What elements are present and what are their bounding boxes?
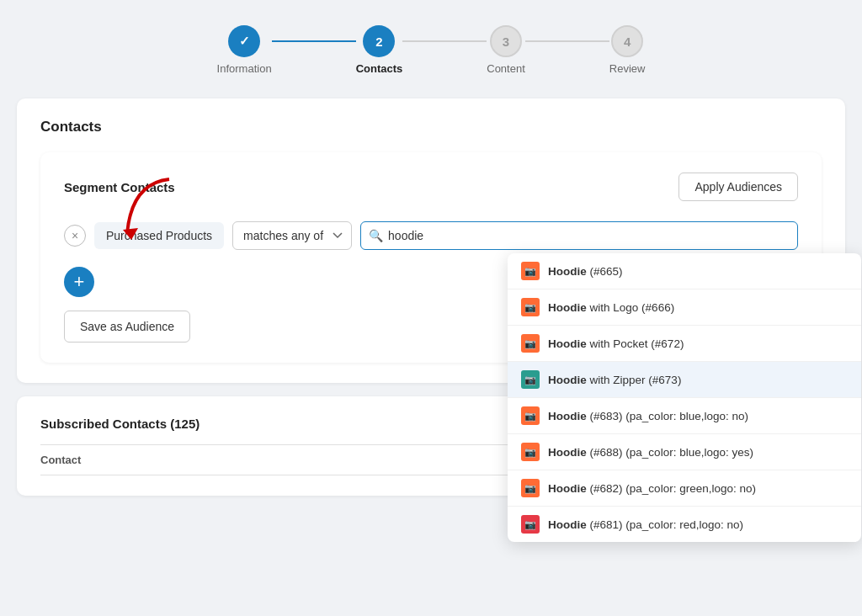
dropdown-item-673[interactable]: 📷 Hoodie with Zipper (#673)	[508, 362, 861, 398]
dropdown-item-666[interactable]: 📷 Hoodie with Logo (#666)	[508, 289, 861, 326]
step-circle-review: 4	[611, 25, 643, 57]
product-icon-688: 📷	[521, 443, 540, 461]
step-label-review: Review	[609, 62, 646, 75]
step-circle-content: 3	[490, 25, 522, 57]
item-text-682: Hoodie (#682) (pa_color: green,logo: no)	[548, 482, 756, 495]
item-text-681: Hoodie (#681) (pa_color: red,logo: no)	[548, 518, 743, 531]
save-as-audience-button[interactable]: Save as Audience	[64, 311, 190, 343]
item-text-673: Hoodie with Zipper (#673)	[548, 374, 681, 386]
remove-filter-button[interactable]: ×	[64, 225, 86, 247]
product-icon-672: 📷	[521, 334, 540, 353]
step-content[interactable]: 3 Content	[487, 25, 525, 75]
dropdown-item-683[interactable]: 📷 Hoodie (#683) (pa_color: blue,logo: no…	[508, 398, 861, 434]
dropdown-item-682[interactable]: 📷 Hoodie (#682) (pa_color: green,logo: n…	[508, 470, 861, 507]
step-connector-1	[272, 40, 356, 42]
contacts-title: Contacts	[40, 119, 822, 135]
product-icon-665: 📷	[521, 262, 540, 280]
product-icon-681: 📷	[521, 515, 540, 534]
product-dropdown: 📷 Hoodie (#665) 📷 Hoodie with Logo (#666…	[508, 253, 861, 542]
item-text-688: Hoodie (#688) (pa_color: blue,logo: yes)	[548, 446, 753, 459]
apply-audiences-button[interactable]: Apply Audiences	[678, 173, 798, 201]
dropdown-item-672[interactable]: 📷 Hoodie with Pocket (#672)	[508, 326, 861, 362]
dropdown-item-665[interactable]: 📷 Hoodie (#665)	[508, 253, 861, 289]
step-label-content: Content	[487, 62, 525, 75]
segment-header: Segment Contacts Apply Audiences	[64, 173, 798, 201]
step-contacts[interactable]: 2 Contacts	[356, 25, 403, 75]
segment-title: Segment Contacts	[64, 180, 175, 194]
product-icon-673: 📷	[521, 370, 540, 389]
stepper: ✓ Information 2 Contacts 3 Content 4 Rev…	[17, 17, 845, 75]
contacts-card: Contacts Segment Contacts Apply Audience…	[17, 98, 845, 383]
product-search-input[interactable]	[360, 221, 798, 250]
add-filter-button[interactable]: +	[64, 267, 94, 297]
item-text-672: Hoodie with Pocket (#672)	[548, 337, 684, 350]
step-review[interactable]: 4 Review	[609, 25, 646, 75]
step-connector-2	[402, 40, 487, 42]
product-icon-682: 📷	[521, 479, 540, 497]
product-icon-666: 📷	[521, 298, 540, 316]
filter-tag-purchased-products: Purchased Products	[94, 222, 224, 249]
dropdown-item-688[interactable]: 📷 Hoodie (#688) (pa_color: blue,logo: ye…	[508, 434, 861, 470]
step-information[interactable]: ✓ Information	[217, 25, 272, 75]
step-circle-information: ✓	[228, 25, 260, 57]
product-icon-683: 📷	[521, 406, 540, 425]
step-label-contacts: Contacts	[356, 62, 403, 75]
segment-contacts-card: Segment Contacts Apply Audiences × Purch…	[40, 152, 822, 363]
item-text-666: Hoodie with Logo (#666)	[548, 301, 674, 314]
step-circle-contacts: 2	[363, 25, 395, 57]
step-connector-3	[525, 40, 609, 42]
item-text-683: Hoodie (#683) (pa_color: blue,logo: no)	[548, 410, 748, 422]
item-text-665: Hoodie (#665)	[548, 265, 623, 278]
match-condition-select[interactable]: matches any of matches all of does not m…	[232, 221, 352, 250]
search-icon: 🔍	[369, 229, 383, 242]
step-label-information: Information	[217, 62, 272, 75]
product-search-container: 🔍 📷 Hoodie (#665) 📷 Hoodie with Logo (#6…	[360, 221, 798, 250]
dropdown-item-681[interactable]: 📷 Hoodie (#681) (pa_color: red,logo: no)	[508, 507, 861, 542]
column-contact: Contact	[40, 454, 561, 466]
filter-row: × Purchased Products matches any of matc…	[64, 221, 798, 250]
